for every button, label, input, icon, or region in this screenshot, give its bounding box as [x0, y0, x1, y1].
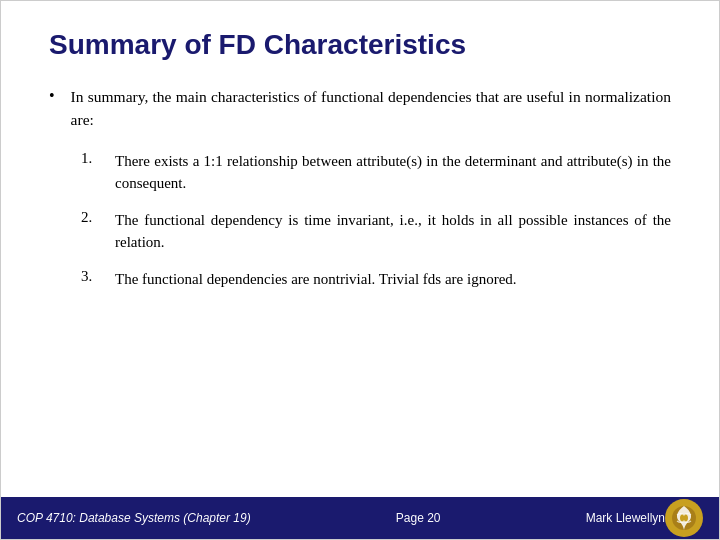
numbered-text-2: The functional dependency is time invari… — [115, 209, 671, 254]
bullet-text: In summary, the main characteristics of … — [71, 85, 671, 132]
numbered-item-3: 3. The functional dependencies are nontr… — [81, 268, 671, 291]
footer-logo — [665, 499, 703, 537]
slide-title: Summary of FD Characteristics — [49, 29, 671, 61]
numbered-text-1: There exists a 1:1 relationship between … — [115, 150, 671, 195]
bullet-item: • In summary, the main characteristics o… — [49, 85, 671, 132]
numbered-label-3: 3. — [81, 268, 101, 285]
bullet-section: • In summary, the main characteristics o… — [49, 85, 671, 132]
footer-center: Page 20 — [396, 511, 441, 525]
numbered-label-1: 1. — [81, 150, 101, 167]
numbered-item-2: 2. The functional dependency is time inv… — [81, 209, 671, 254]
footer-right: Mark Llewellyn — [586, 511, 665, 525]
numbered-label-2: 2. — [81, 209, 101, 226]
slide-footer: COP 4710: Database Systems (Chapter 19) … — [1, 497, 719, 539]
slide-content: Summary of FD Characteristics • In summa… — [1, 1, 719, 497]
numbered-list: 1. There exists a 1:1 relationship betwe… — [81, 150, 671, 291]
numbered-text-3: The functional dependencies are nontrivi… — [115, 268, 517, 291]
logo-svg — [667, 501, 701, 535]
numbered-item-1: 1. There exists a 1:1 relationship betwe… — [81, 150, 671, 195]
footer-right-group: Mark Llewellyn — [586, 499, 703, 537]
slide: Summary of FD Characteristics • In summa… — [0, 0, 720, 540]
bullet-dot: • — [49, 87, 55, 105]
footer-left: COP 4710: Database Systems (Chapter 19) — [17, 511, 251, 525]
